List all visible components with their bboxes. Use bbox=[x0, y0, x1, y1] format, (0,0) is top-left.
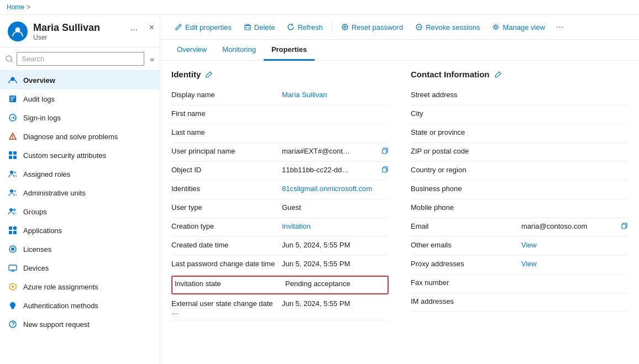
toolbar-more-button[interactable]: ··· bbox=[552, 19, 568, 35]
svg-point-15 bbox=[10, 171, 13, 174]
email-copy-icon[interactable] bbox=[621, 222, 628, 229]
search-box: « bbox=[0, 48, 160, 71]
identity-section-header: Identity bbox=[171, 70, 389, 79]
sidebar-item-assigned-roles[interactable]: Assigned roles bbox=[0, 165, 160, 183]
devices-icon bbox=[8, 263, 18, 273]
sidebar-nav: Overview Audit logs bbox=[0, 71, 160, 334]
manage-view-icon bbox=[492, 23, 500, 31]
sidebar-label-custom-security: Custom security attributes bbox=[23, 151, 106, 160]
svg-point-40 bbox=[344, 26, 346, 28]
reset-password-button[interactable]: Reset password bbox=[336, 20, 408, 34]
field-first-name: First name bbox=[171, 105, 389, 124]
sidebar-label-diagnose: Diagnose and solve problems bbox=[23, 133, 118, 141]
sidebar-item-support[interactable]: ? New support request bbox=[0, 315, 160, 334]
sidebar-label-applications: Applications bbox=[23, 226, 62, 235]
svg-point-31 bbox=[12, 286, 14, 288]
azure-roles-icon bbox=[8, 282, 18, 292]
tabs: Overview Monitoring Properties bbox=[160, 40, 639, 61]
sidebar-label-overview: Overview bbox=[23, 76, 55, 85]
svg-point-18 bbox=[14, 190, 16, 192]
sidebar-item-groups[interactable]: Groups bbox=[0, 202, 160, 221]
upn-copy-icon[interactable] bbox=[381, 147, 389, 154]
reset-password-icon bbox=[341, 23, 349, 31]
svg-point-1 bbox=[6, 56, 12, 61]
sidebar-item-diagnose[interactable]: Diagnose and solve problems bbox=[0, 127, 160, 146]
sidebar-label-auth-methods: Authentication methods bbox=[23, 302, 98, 310]
sidebar-item-auth-methods[interactable]: Authentication methods bbox=[0, 296, 160, 315]
field-proxy-addresses: Proxy addresses View bbox=[411, 256, 628, 275]
tab-properties[interactable]: Properties bbox=[264, 40, 315, 61]
overview-icon bbox=[8, 75, 18, 85]
field-upn: User principal name maria#EXT#@cont… bbox=[171, 143, 389, 162]
svg-rect-24 bbox=[13, 231, 17, 234]
search-input[interactable] bbox=[17, 52, 144, 66]
sidebar-label-audit-logs: Audit logs bbox=[23, 95, 55, 103]
sidebar-item-licenses[interactable]: Licenses bbox=[0, 240, 160, 259]
collapse-button[interactable]: « bbox=[150, 55, 154, 64]
sidebar-item-devices[interactable]: Devices bbox=[0, 259, 160, 277]
avatar bbox=[8, 22, 28, 41]
sidebar-item-admin-units[interactable]: Administrative units bbox=[0, 183, 160, 202]
refresh-icon bbox=[287, 23, 295, 31]
field-external-state-change: External user state change date … Jun 5,… bbox=[171, 296, 389, 320]
field-other-emails: Other emails View bbox=[411, 237, 628, 256]
sidebar-label-devices: Devices bbox=[23, 264, 49, 272]
avatar-icon bbox=[12, 25, 24, 38]
contact-column: Contact Information Street address City bbox=[411, 70, 628, 355]
sidebar-item-custom-security[interactable]: Custom security attributes bbox=[0, 146, 160, 165]
breadcrumb-separator: > bbox=[27, 3, 30, 11]
groups-icon bbox=[8, 207, 18, 217]
contact-section-header: Contact Information bbox=[411, 70, 628, 79]
breadcrumb-home[interactable]: Home bbox=[7, 3, 24, 11]
field-identities: Identities 81csilgmail.onmicrosoft.com bbox=[171, 181, 389, 199]
edit-icon bbox=[175, 23, 182, 31]
svg-rect-27 bbox=[9, 265, 17, 270]
sidebar-item-signin-logs[interactable]: Sign-in logs bbox=[0, 108, 160, 127]
objectid-copy-icon[interactable] bbox=[381, 166, 389, 173]
svg-point-20 bbox=[13, 209, 16, 212]
licenses-icon bbox=[8, 244, 18, 254]
sidebar-item-applications[interactable]: Applications bbox=[0, 221, 160, 240]
sidebar-item-audit-logs[interactable]: Audit logs bbox=[0, 89, 160, 108]
sidebar-label-assigned-roles: Assigned roles bbox=[23, 170, 70, 178]
tab-monitoring[interactable]: Monitoring bbox=[214, 40, 264, 61]
field-last-pwd-change: Last password change date time Jun 5, 20… bbox=[171, 256, 389, 275]
svg-rect-46 bbox=[622, 224, 626, 229]
close-button[interactable]: × bbox=[149, 23, 154, 33]
svg-point-19 bbox=[9, 208, 13, 212]
user-header: Maria Sullivan User ··· × bbox=[0, 15, 160, 48]
field-fax: Fax number bbox=[411, 275, 628, 293]
edit-properties-button[interactable]: Edit properties bbox=[169, 20, 237, 34]
sidebar: Maria Sullivan User ··· × « bbox=[0, 15, 160, 364]
field-created-date: Created date time Jun 5, 2024, 5:55 PM bbox=[171, 237, 389, 256]
field-user-type: User type Guest bbox=[171, 199, 389, 218]
field-object-id: Object ID 11bb11bb-cc22-dd… bbox=[171, 162, 389, 181]
tab-overview[interactable]: Overview bbox=[169, 40, 214, 61]
delete-button[interactable]: Delete bbox=[238, 20, 281, 34]
sidebar-item-azure-roles[interactable]: Azure role assignments bbox=[0, 277, 160, 296]
app-container: Home > Maria Sullivan User ··· × bbox=[0, 0, 639, 364]
field-last-name: Last name bbox=[171, 124, 389, 143]
contact-edit-button[interactable] bbox=[494, 70, 501, 78]
revoke-sessions-button[interactable]: Revoke sessions bbox=[410, 20, 485, 34]
identity-column: Identity Display name Maria Sullivan bbox=[171, 70, 389, 355]
sidebar-item-overview[interactable]: Overview bbox=[0, 71, 160, 89]
svg-rect-32 bbox=[12, 308, 14, 309]
svg-point-17 bbox=[10, 189, 13, 193]
svg-rect-44 bbox=[383, 149, 386, 154]
applications-icon bbox=[8, 225, 18, 235]
field-country: Country or region bbox=[411, 162, 628, 181]
auth-methods-icon bbox=[8, 300, 18, 310]
field-invitation-state: Invitation state Pending acceptance bbox=[171, 276, 389, 294]
field-display-name: Display name Maria Sullivan bbox=[171, 87, 389, 105]
sidebar-label-admin-units: Administrative units bbox=[23, 189, 86, 197]
manage-view-button[interactable]: Manage view bbox=[486, 20, 551, 34]
user-more-button[interactable]: ··· bbox=[130, 25, 138, 35]
field-zip: ZIP or postal code bbox=[411, 143, 628, 162]
svg-rect-22 bbox=[13, 226, 17, 230]
field-creation-type: Creation type Invitation bbox=[171, 218, 389, 237]
identity-edit-button[interactable] bbox=[205, 70, 212, 78]
svg-rect-12 bbox=[13, 151, 17, 155]
refresh-button[interactable]: Refresh bbox=[281, 20, 328, 34]
custom-security-icon bbox=[8, 150, 18, 160]
